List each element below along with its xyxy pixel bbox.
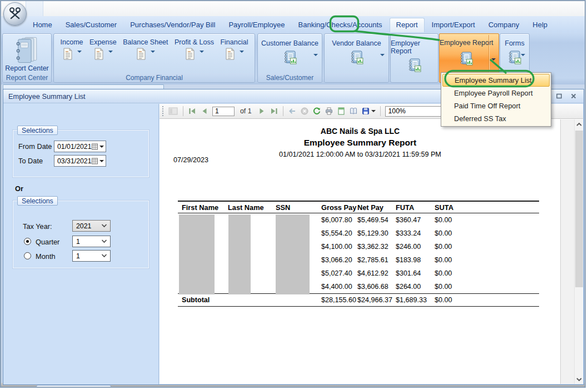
- menu-home[interactable]: Home: [27, 17, 58, 32]
- app-logo-button[interactable]: [3, 2, 27, 26]
- date-selections-groupbox: [13, 130, 149, 177]
- financial-button[interactable]: Financial: [220, 38, 248, 60]
- ribbon-group-caption: Company Financial: [54, 73, 255, 82]
- maximize-icon[interactable]: [556, 93, 562, 99]
- menu-banking-checks-accounts[interactable]: Banking/Checks/Accounts: [292, 17, 388, 32]
- date-dropdown-icon[interactable]: [99, 146, 104, 150]
- balance-sheet-dropdown-icon[interactable]: [151, 51, 155, 55]
- ribbon-group-caption: [325, 73, 388, 82]
- scroll-down-button[interactable]: [575, 374, 583, 384]
- report-viewer: 1 of 1: [160, 104, 583, 384]
- menu-payroll-employee[interactable]: Payroll/Employee: [222, 17, 291, 32]
- balance-sheet-report-icon: [136, 48, 147, 60]
- chevron-down-icon: [101, 223, 107, 228]
- customer-balance-dropdown-icon[interactable]: [313, 54, 318, 58]
- report-title: Employee Summary Report: [171, 138, 550, 148]
- redaction-box-first-name: [179, 214, 215, 294]
- menu-import-export[interactable]: Import/Export: [426, 17, 481, 32]
- expense-button[interactable]: Expense: [89, 38, 117, 60]
- scroll-up-button[interactable]: [575, 119, 583, 129]
- month-select[interactable]: 1: [72, 250, 111, 262]
- back-button[interactable]: [288, 107, 297, 116]
- forms-button[interactable]: Forms: [500, 39, 529, 64]
- menu-item-employee-payroll-report[interactable]: Employee Payroll Report: [442, 87, 550, 99]
- zoom-select[interactable]: 100%: [385, 106, 447, 117]
- refresh-report-button[interactable]: Refresh Report: [36, 385, 111, 388]
- income-report-icon: [62, 48, 73, 60]
- ribbon-group-report-center: Report Center Report Center: [2, 33, 52, 83]
- date-selections-group-label: Selections: [17, 126, 58, 135]
- employee-report-icon: [460, 52, 473, 66]
- ribbon-group-caption: Report Center: [3, 73, 51, 82]
- ribbon-group-sales-customer: Customer Balance Sales/Customer: [257, 33, 322, 83]
- income-dropdown-icon[interactable]: [77, 51, 82, 55]
- expense-dropdown-icon[interactable]: [108, 51, 113, 55]
- income-button[interactable]: Income: [61, 38, 83, 60]
- export-dropdown-icon[interactable]: [371, 110, 376, 114]
- employee-summary-list-window: Employee Summary List Selections From Da…: [3, 89, 584, 385]
- from-date-input[interactable]: 01/01/2021: [54, 141, 106, 152]
- month-radio[interactable]: [24, 252, 31, 259]
- print-layout-button[interactable]: [337, 107, 346, 116]
- forms-icon: [508, 51, 521, 64]
- report-run-date: 07/29/2023: [173, 156, 208, 164]
- ribbon-group-purchase-vendor: Vendor Balance: [324, 33, 389, 83]
- menu-company[interactable]: Company: [482, 17, 526, 32]
- page-count-label: of 1: [240, 107, 252, 115]
- close-icon[interactable]: [571, 93, 577, 99]
- employee-report-dropdown-icon[interactable]: [491, 58, 496, 63]
- customer-balance-button[interactable]: Customer Balance: [258, 39, 322, 64]
- report-center-button[interactable]: Report Center: [5, 36, 49, 72]
- report-page: ABC Nails & Spa LLC Employee Summary Rep…: [160, 119, 583, 384]
- balance-sheet-button[interactable]: Balance Sheet: [123, 38, 168, 60]
- menu-item-employee-summary-list[interactable]: Employee Summary List: [442, 74, 550, 87]
- ribbon-group-company-financial: Income Expense Balance Sheet Profit & Lo…: [53, 33, 255, 83]
- current-page-input[interactable]: 1: [212, 107, 235, 116]
- toolbar-grip[interactable]: [162, 106, 164, 116]
- previous-page-button[interactable]: [200, 107, 209, 116]
- scrollbar-thumb[interactable]: [575, 131, 583, 287]
- date-dropdown-icon[interactable]: [99, 160, 104, 164]
- document-map-button[interactable]: [168, 107, 178, 116]
- calendar-icon: [92, 143, 98, 150]
- calendar-icon: [92, 158, 98, 164]
- profit-loss-report-icon: [185, 48, 196, 60]
- month-label: Month: [36, 252, 56, 261]
- tax-year-label: Tax Year:: [23, 222, 52, 231]
- menu-item-paid-time-off-report[interactable]: Paid Time Off Report: [442, 99, 550, 112]
- menu-bar: Home Sales/Customer Purchases/Vendor/Pay…: [1, 16, 585, 32]
- table-subtotal-row: Subtotal $28,155.60 $24,966.37 $1,689.33…: [178, 293, 539, 307]
- page-setup-button[interactable]: [349, 107, 358, 116]
- export-save-button[interactable]: [361, 107, 376, 116]
- quarter-select[interactable]: 1: [72, 236, 111, 247]
- vendor-balance-icon: [350, 51, 363, 64]
- vertical-scrollbar[interactable]: [574, 119, 583, 384]
- next-page-button[interactable]: [257, 107, 266, 116]
- financial-report-icon: [225, 48, 236, 60]
- report-company-name: ABC Nails & Spa LLC: [171, 127, 550, 136]
- menu-purchases-vendor-pay-bill[interactable]: Purchases/Vendor/Pay Bill: [124, 17, 221, 32]
- menu-help[interactable]: Help: [526, 17, 554, 32]
- profit-loss-button[interactable]: Profit & Loss: [175, 38, 214, 60]
- employer-report-button[interactable]: Employer Report: [391, 39, 438, 72]
- report-table: First Name Last Name SSN Gross Pay Net P…: [178, 201, 539, 307]
- first-page-button[interactable]: [188, 107, 197, 116]
- vendor-balance-button[interactable]: Vendor Balance: [325, 39, 388, 64]
- to-date-input[interactable]: 03/31/2021: [54, 155, 106, 167]
- menu-report[interactable]: Report: [390, 18, 425, 32]
- stop-button[interactable]: [300, 107, 309, 116]
- tax-year-select[interactable]: 2021: [72, 220, 111, 232]
- financial-dropdown-icon[interactable]: [240, 51, 244, 55]
- refresh-button[interactable]: [312, 107, 321, 116]
- forms-dropdown-icon[interactable]: [521, 54, 525, 58]
- vendor-balance-dropdown-icon[interactable]: [380, 54, 385, 58]
- last-page-button[interactable]: [270, 107, 278, 116]
- chevron-down-icon: [101, 253, 107, 258]
- quarter-radio[interactable]: [24, 238, 31, 245]
- quarter-label: Quarter: [36, 238, 59, 246]
- profit-loss-dropdown-icon[interactable]: [200, 51, 204, 55]
- print-button[interactable]: [325, 107, 333, 116]
- menu-item-deferred-ss-tax[interactable]: Deferred SS Tax: [442, 112, 550, 125]
- menu-sales-customer[interactable]: Sales/Customer: [59, 17, 123, 32]
- ribbon-group-caption: Sales/Customer: [258, 73, 322, 82]
